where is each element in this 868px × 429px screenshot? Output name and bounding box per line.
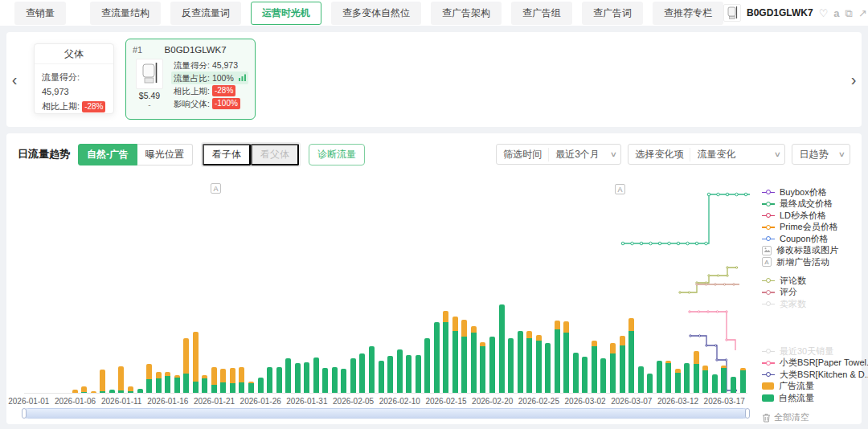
bar-day-64[interactable] (620, 336, 625, 393)
bar-day-20[interactable] (211, 367, 217, 393)
copy-icon[interactable]: ⧉ (845, 8, 853, 18)
bar-day-6[interactable] (81, 386, 87, 393)
legend-item-修改标题或图片[interactable]: 修改标题或图片 (762, 245, 868, 257)
bar-day-51[interactable] (499, 304, 505, 393)
bar-day-29[interactable] (295, 363, 301, 393)
bar-day-18[interactable] (193, 332, 199, 393)
share-icon[interactable]: ↗ (858, 8, 867, 18)
bar-day-30[interactable] (304, 362, 309, 393)
bar-day-32[interactable] (322, 368, 328, 393)
bar-day-43[interactable] (424, 338, 430, 393)
mode-button-曝光位置[interactable]: 曝光位置 (137, 144, 193, 165)
tab-查销量[interactable]: 查销量 (14, 2, 66, 25)
favorite-heart-icon[interactable]: ♡ (819, 8, 829, 18)
scope-button-看父体[interactable]: 看父体 (251, 144, 299, 165)
legend-item-LD秒杀价格[interactable]: LD秒杀价格 (762, 210, 868, 222)
bar-day-27[interactable] (276, 367, 282, 393)
tab-查推荐专栏[interactable]: 查推荐专栏 (653, 2, 723, 25)
bar-day-8[interactable] (100, 370, 105, 393)
bar-day-71[interactable] (684, 363, 690, 393)
legend-item-卖家数[interactable]: 卖家数 (762, 298, 868, 310)
legend-item-新增广告活动[interactable]: A新增广告活动 (762, 256, 868, 268)
legend-item-广告流量[interactable]: 广告流量 (762, 381, 868, 393)
bar-day-38[interactable] (379, 361, 384, 393)
bar-day-65[interactable] (628, 318, 634, 393)
bar-day-47[interactable] (461, 320, 467, 393)
legend-item-Buybox价格[interactable]: Buybox价格 (762, 186, 868, 198)
legend-item-自然流量[interactable]: 自然流量 (762, 392, 868, 404)
tab-查流量结构[interactable]: 查流量结构 (90, 2, 161, 25)
bar-day-35[interactable] (350, 358, 356, 393)
bar-day-16[interactable] (174, 375, 180, 393)
change-item-select[interactable]: 选择变化项 流量变化∨ (628, 144, 785, 165)
bar-day-13[interactable] (146, 364, 152, 393)
bar-day-75[interactable] (721, 366, 727, 393)
amazon-link-icon[interactable]: a (833, 8, 839, 18)
bar-day-49[interactable] (480, 342, 485, 393)
bar-day-25[interactable] (258, 378, 264, 393)
bar-day-69[interactable] (665, 361, 671, 393)
bar-day-41[interactable] (406, 355, 411, 393)
bar-day-22[interactable] (230, 368, 235, 393)
tab-查广告词[interactable]: 查广告词 (582, 2, 643, 25)
bar-day-73[interactable] (702, 366, 708, 393)
bar-day-28[interactable] (285, 358, 291, 393)
bar-day-10[interactable] (118, 366, 124, 393)
bar-day-53[interactable] (518, 331, 523, 393)
bar-day-61[interactable] (592, 341, 597, 393)
bar-day-5[interactable] (72, 390, 78, 393)
bar-day-45[interactable] (443, 311, 448, 393)
bar-day-68[interactable] (657, 361, 662, 393)
tab-运营时光机[interactable]: 运营时光机 (251, 2, 321, 25)
tab-查广告架构[interactable]: 查广告架构 (431, 2, 502, 25)
bar-day-46[interactable] (452, 317, 458, 393)
legend-item-最终成交价格[interactable]: 最终成交价格 (762, 198, 868, 210)
datazoom-left-handle[interactable] (22, 408, 27, 419)
scope-button-看子体[interactable]: 看子体 (203, 144, 251, 165)
bar-day-36[interactable] (359, 353, 365, 393)
bar-day-9[interactable] (109, 390, 115, 393)
clear-all-button[interactable]: 全部清空 (762, 411, 809, 423)
tab-查广告组[interactable]: 查广告组 (511, 2, 572, 25)
bar-day-31[interactable] (313, 358, 319, 393)
bar-day-76[interactable] (731, 377, 736, 393)
bar-day-56[interactable] (545, 343, 551, 393)
bar-day-33[interactable] (332, 367, 338, 393)
bar-day-67[interactable] (647, 374, 653, 393)
chart-plot-area[interactable]: AA (24, 180, 747, 394)
selected-child-card[interactable]: #1 B0GD1GLWK7 $5.49 - 流量得分:45,973流量占比:10… (125, 39, 256, 120)
bar-day-54[interactable] (526, 331, 532, 393)
carousel-next-button[interactable]: › (847, 71, 860, 89)
bar-day-66[interactable] (638, 366, 644, 393)
legend-item-最近30天销量[interactable]: 最近30天销量 (762, 345, 868, 358)
datazoom-slider[interactable] (23, 408, 749, 419)
bar-day-12[interactable] (137, 389, 143, 393)
tab-反查流量词[interactable]: 反查流量词 (170, 2, 241, 25)
bar-day-63[interactable] (610, 343, 616, 393)
bar-day-60[interactable] (582, 357, 588, 393)
bar-day-7[interactable] (91, 391, 96, 393)
bar-day-77[interactable] (740, 368, 746, 393)
mode-button-自然-广告[interactable]: 自然-广告 (78, 144, 137, 165)
bar-day-15[interactable] (165, 372, 170, 393)
bar-day-44[interactable] (434, 322, 440, 393)
carousel-prev-button[interactable]: ‹ (8, 71, 21, 89)
bar-day-34[interactable] (341, 369, 346, 393)
bar-day-59[interactable] (573, 353, 579, 393)
bar-day-62[interactable] (600, 358, 606, 393)
bar-day-57[interactable] (555, 321, 560, 393)
bar-day-72[interactable] (694, 351, 699, 393)
trend-bars-icon[interactable] (239, 72, 246, 84)
bar-day-19[interactable] (202, 375, 207, 393)
bar-day-48[interactable] (471, 326, 477, 393)
legend-item-评分[interactable]: 评分 (762, 287, 868, 299)
bar-day-55[interactable] (536, 335, 542, 393)
bar-day-11[interactable] (128, 386, 133, 393)
parent-card[interactable]: 父体 流量得分: 45,973 相比上期: -28% (34, 43, 114, 114)
bar-day-74[interactable] (712, 374, 718, 393)
event-marker-新增广告活动[interactable]: A (615, 184, 625, 194)
tab-查多变体自然位[interactable]: 查多变体自然位 (331, 2, 421, 25)
bar-day-14[interactable] (156, 372, 162, 393)
bar-day-42[interactable] (416, 355, 421, 393)
legend-item-大类BSR[Kitchen & D...[interactable]: 大类BSR[Kitchen & D... (762, 369, 868, 381)
